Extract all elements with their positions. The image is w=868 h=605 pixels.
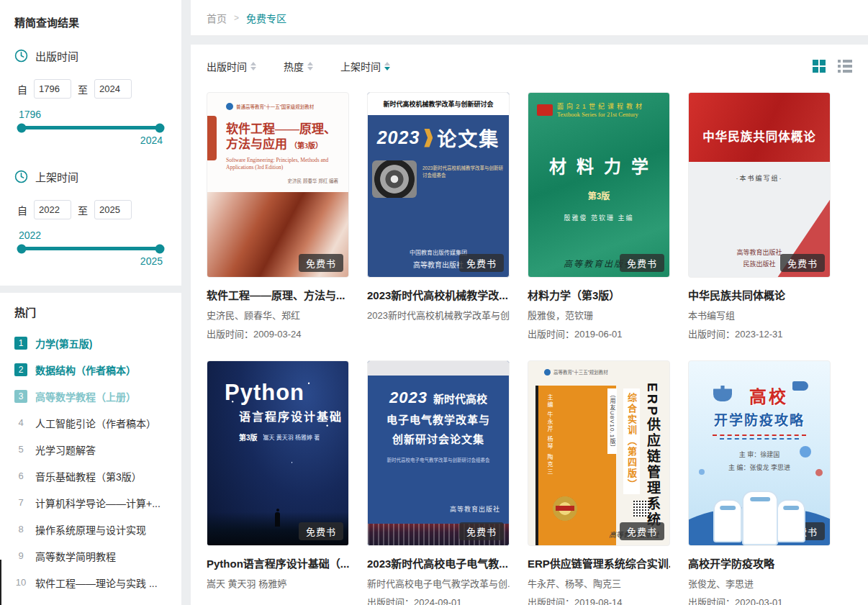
hot-item-label[interactable]: 力学(第五版) xyxy=(35,336,92,350)
publish-from-input[interactable] xyxy=(34,79,71,99)
virus-icon xyxy=(699,469,705,475)
hot-item-label[interactable]: 光学习题解答 xyxy=(35,442,96,457)
hot-item-label[interactable]: 音乐基础教程（第3版） xyxy=(35,469,142,483)
book-card[interactable]: 普通高等教育“十一五”国家级规划教材 软件工程——原理、方法与应用（第3版） S… xyxy=(207,92,349,340)
slider-handle-min[interactable] xyxy=(17,244,27,253)
book-cover[interactable]: 2023新时代高校 电子电气教学改革与 创新研讨会论文集 新时代高校电子电气教学… xyxy=(367,360,510,546)
book-cover[interactable]: 面向21世纪课程教材 Textbook Series for 21st Cent… xyxy=(528,92,670,278)
list-view-icon[interactable] xyxy=(838,60,852,73)
hot-item-label[interactable]: 高等数学简明教程 xyxy=(35,549,116,563)
book-card[interactable]: 高等教育“十三五”规划教材 主编 牛永芹 杨琴 陶克三 （用友U8V10.1版）… xyxy=(528,360,670,605)
book-grid: 普通高等教育“十一五”国家级规划教材 软件工程——原理、方法与应用（第3版） S… xyxy=(207,92,852,605)
hot-item-label[interactable]: 软件工程——理论与实践 ... xyxy=(35,576,158,590)
hot-item-label[interactable]: 数据结构（作者稿本） xyxy=(35,363,136,377)
shelf-time-section-header: 上架时间 xyxy=(14,169,167,184)
rank-badge: 10 xyxy=(14,576,27,589)
book-author: 新时代高校电子电气教学改革与创... xyxy=(367,576,510,590)
book-cover[interactable]: 中华民族共同体概论 ·本书编写组· 高等教育出版社 民族出版社 免费书 xyxy=(688,92,831,278)
book-card[interactable]: Python 语言程序设计基础 第3版 嵩天 黄天羽 杨雅婷 著 免费书 Pyt… xyxy=(207,360,349,605)
book-title[interactable]: 软件工程——原理、方法与... xyxy=(207,287,349,302)
hot-item-label[interactable]: 计算机科学导论——计算+... xyxy=(35,496,161,510)
slider-handle-max[interactable] xyxy=(155,123,165,132)
virus-icon xyxy=(815,469,823,476)
rank-badge: 5 xyxy=(14,443,27,456)
publish-time-slider: 1796 2024 xyxy=(19,109,163,150)
book-card[interactable]: 高校 开学防疫攻略 主 审：徐建国 主 编：张俊龙 李思进 免费书 高校开学防疫… xyxy=(688,360,831,605)
slider-max-label: 2024 xyxy=(19,135,163,146)
publish-to-input[interactable] xyxy=(94,79,132,99)
protective-suit-figure xyxy=(713,499,742,542)
sort-shelf-time[interactable]: 上架时间 xyxy=(340,59,390,73)
book-date: 出版时间：2023-12-31 xyxy=(688,327,831,340)
hot-item[interactable]: 8 操作系统原理与设计实现 xyxy=(14,516,167,542)
book-cover[interactable]: 普通高等教育“十一五”国家级规划教材 软件工程——原理、方法与应用（第3版） S… xyxy=(207,92,349,278)
publisher-logo-icon xyxy=(226,103,233,110)
slider-handle-max[interactable] xyxy=(155,244,165,253)
free-badge: 免费书 xyxy=(299,254,343,272)
award-medal-icon xyxy=(553,496,577,521)
qr-code xyxy=(633,501,649,517)
from-label: 自 xyxy=(17,203,27,217)
book-title[interactable]: ERP供应链管理系统综合实训... xyxy=(528,555,670,570)
hot-item[interactable]: 5 光学习题解答 xyxy=(14,436,167,463)
rank-badge: 3 xyxy=(14,390,27,403)
filter-panel-title: 精简查询结果 xyxy=(14,14,167,29)
book-title[interactable]: 中华民族共同体概论 xyxy=(688,287,831,302)
hot-title: 热门 xyxy=(14,304,167,319)
hot-item-label[interactable]: 高等数学教程（上册） xyxy=(35,389,136,404)
book-card[interactable]: 2023新时代高校 电子电气教学改革与 创新研讨会论文集 新时代高校电子电气教学… xyxy=(367,360,510,605)
rank-badge: 1 xyxy=(14,337,27,350)
book-date: 出版时间：2019-08-14 xyxy=(528,595,670,605)
rank-badge: 6 xyxy=(14,470,27,483)
grid-view-icon[interactable] xyxy=(813,60,826,73)
book-card[interactable]: 新时代高校机械教学改革与创新研讨会 2023 论文集 2023新时代高校机械教学… xyxy=(367,92,510,340)
book-title[interactable]: 2023新时代高校机械教学改... xyxy=(367,287,510,302)
book-cover[interactable]: 高校 开学防疫攻略 主 审：徐建国 主 编：张俊龙 李思进 免费书 xyxy=(688,360,831,546)
face-mask-icon xyxy=(792,381,808,391)
book-cover[interactable]: Python 语言程序设计基础 第3版 嵩天 黄天羽 杨雅婷 著 免费书 xyxy=(207,360,349,546)
book-title[interactable]: 高校开学防疫攻略 xyxy=(688,555,831,570)
book-title[interactable]: Python语言程序设计基础（... xyxy=(207,555,349,570)
hot-item-label[interactable]: 人工智能引论（作者稿本） xyxy=(35,416,156,430)
book-title[interactable]: 材料力学（第3版） xyxy=(528,287,670,302)
book-cover[interactable]: 新时代高校机械教学改革与创新研讨会 2023 论文集 2023新时代高校机械教学… xyxy=(367,92,510,278)
book-date: 出版时间：2019-06-01 xyxy=(528,327,670,340)
shelf-to-input[interactable] xyxy=(94,200,132,219)
hot-item[interactable]: 6 音乐基础教程（第3版） xyxy=(14,463,167,489)
shelf-time-slider: 2022 2025 xyxy=(19,229,163,271)
breadcrumb-separator: > xyxy=(234,13,239,23)
hot-item[interactable]: 7 计算机科学导论——计算+... xyxy=(14,489,167,516)
breadcrumb-current[interactable]: 免费专区 xyxy=(246,11,286,25)
hot-item[interactable]: 1 力学(第五版) xyxy=(14,329,167,356)
rank-badge: 4 xyxy=(14,417,27,429)
book-card[interactable]: 中华民族共同体概论 ·本书编写组· 高等教育出版社 民族出版社 免费书 中华民族… xyxy=(688,92,831,340)
protective-suit-figure xyxy=(742,491,778,545)
slider-track[interactable] xyxy=(22,247,160,250)
to-label: 至 xyxy=(78,82,88,96)
hot-item[interactable]: 2 数据结构（作者稿本） xyxy=(14,356,167,383)
book-date: 出版时间：2009-03-24 xyxy=(207,327,349,340)
free-badge: 免费书 xyxy=(459,254,504,272)
sort-bar: 出版时间 热度 上架时间 xyxy=(207,59,852,73)
hot-item[interactable]: 10 软件工程——理论与实践 ... xyxy=(14,569,167,596)
hot-panel: 热门 1 力学(第五版) 2 数据结构（作者稿本） 3 高等数学教程（上册） 4… xyxy=(0,293,181,605)
cover-art: 主编 牛永芹 杨琴 陶克三 xyxy=(538,386,616,545)
hot-item[interactable]: 3 高等数学教程（上册） xyxy=(14,383,167,409)
sort-publish-time[interactable]: 出版时间 xyxy=(207,59,256,73)
hot-item[interactable]: 9 高等数学简明教程 xyxy=(14,542,167,569)
book-title[interactable]: 2023新时代高校电子电气教... xyxy=(367,555,510,570)
book-cover[interactable]: 高等教育“十三五”规划教材 主编 牛永芹 杨琴 陶克三 （用友U8V10.1版）… xyxy=(528,360,670,546)
book-card[interactable]: 面向21世纪课程教材 Textbook Series for 21st Cent… xyxy=(528,92,670,340)
free-badge: 免费书 xyxy=(620,254,664,272)
cover-ribbon xyxy=(207,116,217,160)
window-edge xyxy=(0,560,1,605)
shelf-from-input[interactable] xyxy=(34,200,71,219)
hot-item[interactable]: 4 人工智能引论（作者稿本） xyxy=(14,409,167,436)
slider-handle-min[interactable] xyxy=(17,123,27,132)
sort-heat[interactable]: 热度 xyxy=(284,59,313,73)
breadcrumb: 首页 > 免费专区 xyxy=(191,0,868,36)
slider-track[interactable] xyxy=(22,126,160,129)
rank-badge: 8 xyxy=(14,523,27,536)
hot-item-label[interactable]: 操作系统原理与设计实现 xyxy=(35,522,146,537)
breadcrumb-home-link[interactable]: 首页 xyxy=(207,11,227,25)
